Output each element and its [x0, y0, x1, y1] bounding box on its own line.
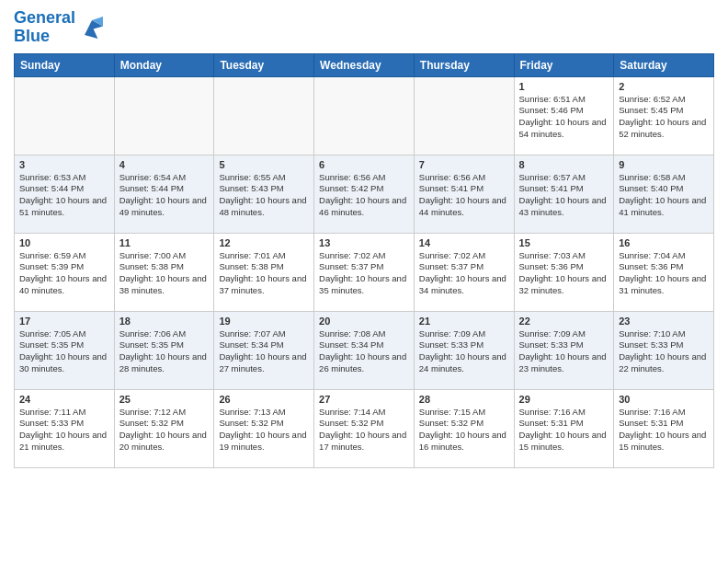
calendar-cell: 2Sunrise: 6:52 AMSunset: 5:45 PMDaylight… [614, 76, 714, 155]
calendar-cell: 16Sunrise: 7:04 AMSunset: 5:36 PMDayligh… [614, 233, 714, 311]
day-number: 27 [319, 394, 409, 405]
day-details: Sunrise: 7:03 AMSunset: 5:36 PMDaylight:… [519, 250, 609, 297]
day-details: Sunrise: 7:02 AMSunset: 5:37 PMDaylight:… [319, 250, 409, 297]
day-number: 14 [419, 237, 509, 248]
calendar-col-friday: Friday [514, 53, 614, 76]
calendar-cell: 29Sunrise: 7:16 AMSunset: 5:31 PMDayligh… [514, 389, 614, 467]
day-details: Sunrise: 6:51 AMSunset: 5:46 PMDaylight:… [519, 94, 609, 141]
calendar-cell: 10Sunrise: 6:59 AMSunset: 5:39 PMDayligh… [15, 233, 115, 311]
day-details: Sunrise: 6:55 AMSunset: 5:43 PMDaylight:… [219, 172, 309, 219]
calendar-cell: 12Sunrise: 7:01 AMSunset: 5:38 PMDayligh… [214, 233, 314, 311]
day-number: 12 [219, 237, 309, 248]
logo-bird-icon [77, 13, 107, 42]
calendar-cell: 25Sunrise: 7:12 AMSunset: 5:32 PMDayligh… [114, 389, 214, 467]
day-number: 30 [619, 394, 709, 405]
calendar-week-3: 10Sunrise: 6:59 AMSunset: 5:39 PMDayligh… [15, 233, 714, 311]
day-details: Sunrise: 6:56 AMSunset: 5:41 PMDaylight:… [419, 172, 509, 219]
day-number: 23 [619, 316, 709, 327]
day-details: Sunrise: 6:52 AMSunset: 5:45 PMDaylight:… [619, 94, 709, 141]
calendar-cell [15, 76, 115, 155]
day-number: 4 [119, 159, 210, 170]
day-number: 21 [419, 316, 509, 327]
day-number: 17 [19, 316, 109, 327]
logo-text: General [14, 9, 75, 28]
calendar-table: SundayMondayTuesdayWednesdayThursdayFrid… [14, 53, 714, 468]
calendar-col-wednesday: Wednesday [314, 53, 415, 76]
day-details: Sunrise: 7:16 AMSunset: 5:31 PMDaylight:… [519, 407, 609, 454]
day-details: Sunrise: 7:05 AMSunset: 5:35 PMDaylight:… [19, 328, 109, 375]
day-details: Sunrise: 7:12 AMSunset: 5:32 PMDaylight:… [119, 407, 210, 454]
day-number: 10 [19, 237, 109, 248]
calendar-cell: 27Sunrise: 7:14 AMSunset: 5:32 PMDayligh… [314, 389, 415, 467]
calendar-cell: 5Sunrise: 6:55 AMSunset: 5:43 PMDaylight… [214, 155, 314, 233]
day-details: Sunrise: 7:11 AMSunset: 5:33 PMDaylight:… [19, 407, 109, 454]
day-number: 19 [219, 316, 309, 327]
day-details: Sunrise: 7:10 AMSunset: 5:33 PMDaylight:… [619, 328, 709, 375]
day-number: 18 [119, 316, 210, 327]
day-details: Sunrise: 7:04 AMSunset: 5:36 PMDaylight:… [619, 250, 709, 297]
day-number: 2 [619, 81, 709, 92]
day-details: Sunrise: 6:57 AMSunset: 5:41 PMDaylight:… [519, 172, 609, 219]
calendar-cell: 4Sunrise: 6:54 AMSunset: 5:44 PMDaylight… [114, 155, 214, 233]
day-number: 3 [19, 159, 109, 170]
day-number: 25 [119, 394, 210, 405]
calendar-cell [214, 76, 314, 155]
day-number: 16 [619, 237, 709, 248]
calendar-cell [414, 76, 514, 155]
calendar-col-monday: Monday [114, 53, 214, 76]
calendar-header-row: SundayMondayTuesdayWednesdayThursdayFrid… [15, 53, 714, 76]
day-number: 26 [219, 394, 309, 405]
day-details: Sunrise: 7:14 AMSunset: 5:32 PMDaylight:… [319, 407, 409, 454]
day-details: Sunrise: 7:15 AMSunset: 5:32 PMDaylight:… [419, 407, 509, 454]
day-details: Sunrise: 7:09 AMSunset: 5:33 PMDaylight:… [419, 328, 509, 375]
calendar-cell [314, 76, 415, 155]
day-number: 28 [419, 394, 509, 405]
day-number: 9 [619, 159, 709, 170]
calendar-cell [114, 76, 214, 155]
calendar-cell: 6Sunrise: 6:56 AMSunset: 5:42 PMDaylight… [314, 155, 415, 233]
calendar-cell: 26Sunrise: 7:13 AMSunset: 5:32 PMDayligh… [214, 389, 314, 467]
header: General Blue [14, 9, 714, 46]
calendar-week-5: 24Sunrise: 7:11 AMSunset: 5:33 PMDayligh… [15, 389, 714, 467]
day-details: Sunrise: 6:53 AMSunset: 5:44 PMDaylight:… [19, 172, 109, 219]
calendar-cell: 9Sunrise: 6:58 AMSunset: 5:40 PMDaylight… [614, 155, 714, 233]
day-details: Sunrise: 7:09 AMSunset: 5:33 PMDaylight:… [519, 328, 609, 375]
day-details: Sunrise: 6:54 AMSunset: 5:44 PMDaylight:… [119, 172, 210, 219]
calendar-cell: 30Sunrise: 7:16 AMSunset: 5:31 PMDayligh… [614, 389, 714, 467]
day-details: Sunrise: 7:13 AMSunset: 5:32 PMDaylight:… [219, 407, 309, 454]
day-number: 22 [519, 316, 609, 327]
day-details: Sunrise: 7:02 AMSunset: 5:37 PMDaylight:… [419, 250, 509, 297]
calendar-week-1: 1Sunrise: 6:51 AMSunset: 5:46 PMDaylight… [15, 76, 714, 155]
day-number: 15 [519, 237, 609, 248]
day-details: Sunrise: 7:07 AMSunset: 5:34 PMDaylight:… [219, 328, 309, 375]
calendar-cell: 17Sunrise: 7:05 AMSunset: 5:35 PMDayligh… [15, 311, 115, 389]
calendar-cell: 28Sunrise: 7:15 AMSunset: 5:32 PMDayligh… [414, 389, 514, 467]
calendar-cell: 7Sunrise: 6:56 AMSunset: 5:41 PMDaylight… [414, 155, 514, 233]
day-number: 5 [219, 159, 309, 170]
day-number: 11 [119, 237, 210, 248]
calendar-cell: 20Sunrise: 7:08 AMSunset: 5:34 PMDayligh… [314, 311, 415, 389]
calendar-cell: 14Sunrise: 7:02 AMSunset: 5:37 PMDayligh… [414, 233, 514, 311]
calendar-cell: 19Sunrise: 7:07 AMSunset: 5:34 PMDayligh… [214, 311, 314, 389]
calendar-cell: 13Sunrise: 7:02 AMSunset: 5:37 PMDayligh… [314, 233, 415, 311]
calendar-col-saturday: Saturday [614, 53, 714, 76]
calendar-cell: 3Sunrise: 6:53 AMSunset: 5:44 PMDaylight… [15, 155, 115, 233]
day-details: Sunrise: 7:01 AMSunset: 5:38 PMDaylight:… [219, 250, 309, 297]
day-number: 29 [519, 394, 609, 405]
logo: General Blue [14, 9, 107, 46]
calendar-cell: 15Sunrise: 7:03 AMSunset: 5:36 PMDayligh… [514, 233, 614, 311]
page: General Blue SundayMondayTuesdayWednesda… [0, 0, 728, 477]
day-details: Sunrise: 7:06 AMSunset: 5:35 PMDaylight:… [119, 328, 210, 375]
day-details: Sunrise: 6:58 AMSunset: 5:40 PMDaylight:… [619, 172, 709, 219]
calendar-cell: 23Sunrise: 7:10 AMSunset: 5:33 PMDayligh… [614, 311, 714, 389]
calendar-cell: 24Sunrise: 7:11 AMSunset: 5:33 PMDayligh… [15, 389, 115, 467]
calendar-cell: 11Sunrise: 7:00 AMSunset: 5:38 PMDayligh… [114, 233, 214, 311]
day-details: Sunrise: 7:16 AMSunset: 5:31 PMDaylight:… [619, 407, 709, 454]
calendar-week-2: 3Sunrise: 6:53 AMSunset: 5:44 PMDaylight… [15, 155, 714, 233]
day-number: 6 [319, 159, 409, 170]
day-number: 1 [519, 81, 609, 92]
calendar-col-tuesday: Tuesday [214, 53, 314, 76]
day-details: Sunrise: 6:56 AMSunset: 5:42 PMDaylight:… [319, 172, 409, 219]
day-details: Sunrise: 7:08 AMSunset: 5:34 PMDaylight:… [319, 328, 409, 375]
day-number: 13 [319, 237, 409, 248]
